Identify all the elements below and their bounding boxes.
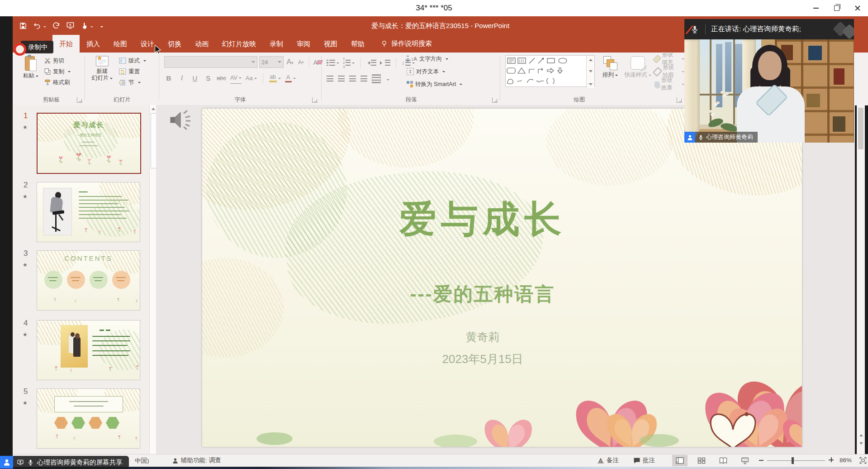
shape-effects-button[interactable]: 形状效果: [655, 79, 684, 90]
shape-outline-button[interactable]: 形状轮廓: [655, 66, 684, 77]
font-color-button[interactable]: A: [285, 73, 296, 84]
change-case-button[interactable]: Aa: [246, 73, 257, 84]
shape-fill-button[interactable]: 形状填充: [655, 53, 684, 64]
group-paragraph: 123 ↕ ↕A文字方向 ↥对齐文本 转换为 SmartArt 段落: [323, 53, 500, 105]
layout-button[interactable]: 版式: [119, 55, 146, 66]
font-size-combo[interactable]: 24: [259, 56, 284, 68]
tab-record[interactable]: 录制: [263, 35, 290, 53]
align-right-button[interactable]: [349, 76, 356, 82]
tab-draw[interactable]: 绘图: [107, 35, 134, 53]
tab-slideshow[interactable]: 幻灯片放映: [215, 35, 263, 53]
language-indicator[interactable]: 中国): [135, 457, 149, 465]
italic-button[interactable]: I: [177, 73, 186, 84]
align-left-button[interactable]: [327, 76, 333, 82]
close-button[interactable]: [847, 0, 868, 16]
thumbnail-slide-4[interactable]: [37, 320, 140, 380]
slide-title[interactable]: 爱与成长: [202, 195, 763, 244]
align-text-button[interactable]: ↥对齐文本: [407, 66, 462, 77]
strikethrough-button[interactable]: abc: [217, 73, 226, 84]
start-slideshow-icon[interactable]: [66, 21, 75, 30]
notes-button[interactable]: 备注: [597, 456, 619, 464]
add-remove-columns-button[interactable]: [372, 74, 381, 83]
drawing-dialog-launcher[interactable]: [677, 97, 682, 103]
cut-button[interactable]: 剪切: [44, 55, 71, 66]
section-button[interactable]: 节: [119, 77, 146, 88]
thumbnail-slide-2[interactable]: [37, 182, 140, 242]
justify-button[interactable]: [360, 76, 367, 82]
slide-editing-area[interactable]: 爱与成长 ---爱的五种语言 黄奇莉 2023年5月15日: [156, 105, 855, 455]
font-name-combo[interactable]: [164, 56, 257, 68]
main-vertical-scrollbar[interactable]: [857, 105, 865, 455]
zoom-out-button[interactable]: [759, 460, 764, 461]
save-icon[interactable]: [19, 22, 27, 30]
shapes-gallery-scrollbar[interactable]: [586, 56, 594, 88]
numbering-button[interactable]: 123: [343, 57, 355, 69]
comments-button[interactable]: 批注: [633, 456, 655, 464]
zoom-in-button[interactable]: [829, 457, 834, 462]
audio-speaker-icon[interactable]: [168, 110, 196, 130]
redo-icon[interactable]: [52, 22, 60, 30]
arrange-button[interactable]: 排列: [598, 56, 622, 79]
slide-subtitle[interactable]: ---爱的五种语言: [202, 282, 763, 307]
tab-view[interactable]: 视图: [317, 35, 344, 53]
zoom-slider-track[interactable]: [767, 460, 825, 461]
tab-home[interactable]: 开始: [52, 35, 80, 53]
animation-star-icon: [23, 193, 28, 200]
text-direction-button[interactable]: ↕A文字方向: [407, 53, 462, 64]
decrease-indent-button[interactable]: [366, 60, 376, 66]
underline-button[interactable]: U: [190, 73, 199, 84]
slide-flower-border: [202, 316, 802, 447]
panel-scroll-up-icon[interactable]: [150, 106, 157, 110]
character-spacing-button[interactable]: AV: [230, 72, 242, 84]
fit-slide-to-window-button[interactable]: [859, 457, 867, 464]
thumbnail-slide-1[interactable]: 爱与成长 ---爱的五种语言: [37, 113, 141, 174]
bullets-button[interactable]: [327, 60, 339, 67]
reading-view-button[interactable]: [716, 455, 731, 466]
accessibility-checker[interactable]: 辅助功能: 调查: [172, 456, 221, 464]
tab-review[interactable]: 审阅: [290, 35, 317, 53]
slide-canvas[interactable]: 爱与成长 ---爱的五种语言 黄奇莉 2023年5月15日: [202, 109, 802, 447]
thumb4-flowers: [37, 364, 140, 380]
previous-slide-button[interactable]: [857, 432, 865, 436]
font-dialog-launcher[interactable]: [312, 97, 318, 103]
quick-styles-button[interactable]: 快速样式: [624, 56, 652, 79]
thumbnail-slide-3[interactable]: CONTENTS: [37, 250, 140, 311]
thumbnail-panel-scrollbar[interactable]: [149, 105, 157, 455]
minimize-button[interactable]: [806, 0, 826, 16]
zoom-slider-thumb[interactable]: [792, 457, 794, 464]
tab-help[interactable]: 帮助: [344, 35, 371, 53]
tab-animations[interactable]: 动画: [188, 35, 215, 53]
participant-video[interactable]: 心理咨询师黄奇莉: [684, 39, 854, 143]
normal-view-button[interactable]: [672, 455, 688, 466]
new-slide-button[interactable]: 新建 幻灯片: [88, 55, 116, 82]
format-painter-button[interactable]: 格式刷: [44, 77, 71, 88]
convert-smartart-button[interactable]: 转换为 SmartArt: [407, 79, 462, 90]
tab-transitions[interactable]: 切换: [161, 35, 188, 53]
bold-button[interactable]: B: [164, 73, 173, 84]
main-scrollbar-thumb[interactable]: [858, 108, 863, 149]
slide-sorter-view-button[interactable]: [694, 455, 709, 466]
tab-insert[interactable]: 插入: [80, 35, 107, 53]
highlight-color-button[interactable]: ab: [269, 73, 281, 84]
text-shadow-button[interactable]: S: [204, 73, 213, 84]
paste-button[interactable]: 粘贴: [21, 55, 41, 80]
touch-mode-button[interactable]: [81, 22, 93, 30]
increase-indent-button[interactable]: [380, 60, 390, 66]
thumbnail-slide-5[interactable]: [37, 388, 140, 449]
clear-formatting-button[interactable]: A: [313, 57, 322, 67]
shrink-font-button[interactable]: A▾: [296, 57, 305, 67]
tell-me-search[interactable]: 操作说明搜索: [375, 35, 437, 53]
screen-share-indicator[interactable]: 心理咨询师黄奇莉的屏幕共享: [0, 456, 129, 469]
next-slide-button[interactable]: [857, 442, 865, 446]
restore-button[interactable]: [826, 0, 847, 16]
undo-button[interactable]: [33, 22, 46, 30]
zoom-level[interactable]: 86%: [840, 457, 852, 464]
clipboard-dialog-launcher[interactable]: [77, 97, 82, 103]
customize-qat-icon[interactable]: [99, 22, 103, 30]
reset-button[interactable]: 重置: [119, 66, 146, 77]
slideshow-view-button[interactable]: [737, 455, 753, 466]
shapes-gallery[interactable]: [505, 55, 595, 87]
grow-font-button[interactable]: A▴: [285, 57, 294, 67]
align-center-button[interactable]: [338, 76, 345, 82]
copy-button[interactable]: 复制: [44, 66, 71, 77]
